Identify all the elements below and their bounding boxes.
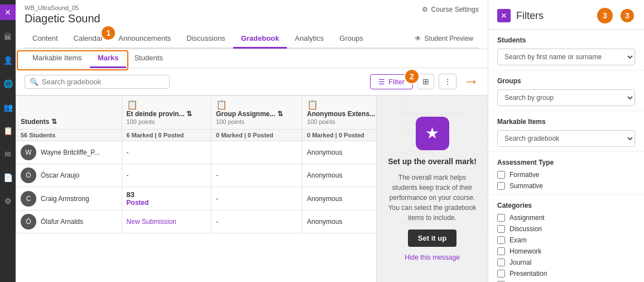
student-name-cell: W Wayne Britcliffe_P... bbox=[16, 141, 122, 164]
filter-section-students-title: Students bbox=[497, 36, 635, 44]
presentation-checkbox[interactable] bbox=[497, 270, 505, 278]
markable-items-select[interactable]: Search gradebook bbox=[497, 130, 635, 147]
students-count-cell: 56 Students bbox=[16, 130, 122, 141]
tab-gradebook[interactable]: Gradebook bbox=[233, 30, 287, 49]
tab-announcements[interactable]: Announcements bbox=[110, 30, 179, 49]
nav-tabs: Content Calendar 1 Announcements Discuss… bbox=[25, 30, 479, 49]
filter-section-markable-items: Markable Items Search gradebook bbox=[488, 111, 644, 152]
tab-discussions[interactable]: Discussions bbox=[179, 30, 233, 49]
overall-mark-overlay: ★ Set up the overall mark! The overall m… bbox=[376, 95, 488, 282]
more-options-button[interactable]: ⋮ bbox=[439, 74, 456, 89]
overlay-description: The overall mark helps students keep tra… bbox=[388, 173, 477, 223]
search-input[interactable] bbox=[42, 78, 165, 86]
filter-section-categories: Categories Assignment Discussion Exam Ho… bbox=[488, 195, 644, 282]
filter-section-groups-title: Groups bbox=[497, 77, 635, 85]
filter-section-categories-title: Categories bbox=[497, 202, 635, 209]
groups-select[interactable]: Search by group bbox=[497, 89, 635, 106]
hide-message-link[interactable]: Hide this message bbox=[405, 254, 460, 261]
filter-section-markable-title: Markable Items bbox=[497, 118, 635, 126]
checkbox-presentation[interactable]: Presentation bbox=[497, 270, 635, 278]
sidebar: ✕ 🏛 👤 🌐 👥 📋 ✉ 📄 ⚙ bbox=[0, 0, 16, 282]
filter-area: ☰ Filter 2 bbox=[370, 74, 413, 89]
exam-checkbox[interactable] bbox=[497, 236, 505, 244]
avatar: C bbox=[21, 191, 36, 207]
search-icon: 🔍 bbox=[30, 78, 39, 86]
student-preview-button[interactable]: 👁 Student Preview bbox=[409, 30, 479, 47]
table-area: Students ⇅ 📋 Et deinde provin... ⇅ 100 p… bbox=[16, 95, 488, 282]
filter-panel-header: ✕ Filters 3 3 bbox=[488, 0, 644, 30]
sub-tabs: Markable Items Marks Students bbox=[16, 49, 488, 68]
main-content: WB_UltraSound_05 Diagetic Sound ⚙ Course… bbox=[16, 0, 488, 282]
sidebar-close-button[interactable]: ✕ bbox=[0, 4, 16, 20]
subtab-markable-items[interactable]: Markable Items bbox=[25, 49, 90, 68]
journal-checkbox[interactable] bbox=[497, 259, 505, 266]
globe-icon[interactable]: 🌐 bbox=[1, 77, 15, 90]
filter-section-students: Students Search by first name or surname bbox=[488, 30, 644, 70]
col2-marked: 0 Marked | 0 Posted bbox=[211, 130, 302, 141]
checkbox-journal[interactable]: Journal bbox=[497, 259, 635, 266]
tab-content[interactable]: Content bbox=[25, 30, 66, 49]
subtab-marks[interactable]: Marks bbox=[90, 49, 127, 68]
filter-panel-title: Filters bbox=[516, 10, 592, 22]
checkbox-discussion[interactable]: Discussion bbox=[497, 225, 635, 233]
col-header-students[interactable]: Students ⇅ bbox=[16, 96, 122, 130]
view-toggle-button[interactable]: ⊞ bbox=[417, 74, 434, 89]
col-header-et-deinde[interactable]: 📋 Et deinde provin... ⇅ 100 points bbox=[122, 96, 211, 130]
filter-panel: ✕ Filters 3 3 Students Search by first n… bbox=[488, 0, 644, 282]
avatar: Ó bbox=[21, 214, 36, 230]
gradebook-sidebar-icon[interactable]: 📋 bbox=[1, 124, 15, 137]
overlay-title: Set up the overall mark! bbox=[388, 157, 477, 166]
homework-checkbox[interactable] bbox=[497, 247, 505, 255]
gear-icon: ⚙ bbox=[422, 6, 428, 13]
checkbox-formative[interactable]: Formative bbox=[497, 171, 635, 179]
settings-sidebar-icon[interactable]: ⚙ bbox=[1, 194, 15, 208]
students-select[interactable]: Search by first name or surname bbox=[497, 49, 635, 65]
course-settings-button[interactable]: ⚙ Course Settings bbox=[422, 6, 479, 13]
formative-checkbox[interactable] bbox=[497, 171, 505, 179]
summative-checkbox[interactable] bbox=[497, 182, 505, 190]
filter-section-assessment-title: Assessment Type bbox=[497, 159, 635, 166]
discussion-checkbox[interactable] bbox=[497, 225, 505, 233]
checkbox-summative[interactable]: Summative bbox=[497, 182, 635, 190]
assignment-checkbox[interactable] bbox=[497, 214, 505, 222]
star-icon-box: ★ bbox=[416, 117, 449, 150]
document-icon[interactable]: 📄 bbox=[1, 171, 15, 184]
checkbox-homework[interactable]: Homework bbox=[497, 247, 635, 255]
avatar: Ó bbox=[21, 168, 36, 183]
annotation-badge-3: 3 bbox=[619, 8, 635, 23]
student-name-cell: Ó Ólafur Arnalds bbox=[16, 211, 122, 233]
filter-section-assessment-type: Assessment Type Formative Summative bbox=[488, 152, 644, 195]
search-input-wrapper: 🔍 bbox=[25, 75, 170, 89]
filter-icon: ☰ bbox=[378, 78, 385, 86]
tab-groups[interactable]: Groups bbox=[331, 30, 371, 49]
categories-checkboxes: Assignment Discussion Exam Homework Jour… bbox=[497, 214, 635, 282]
assessment-type-checkboxes: Formative Summative bbox=[497, 171, 635, 190]
user-icon[interactable]: 👤 bbox=[1, 54, 15, 67]
toolbar: 🔍 ☰ Filter 2 ⊞ ⋮ → bbox=[16, 68, 488, 95]
col1-marked: 6 Marked | 0 Posted bbox=[122, 130, 211, 141]
filter-badge: 3 bbox=[597, 8, 613, 23]
arrow-annotation: → bbox=[463, 73, 479, 90]
subtab-students[interactable]: Students bbox=[126, 49, 170, 68]
student-name-cell: Ó Óscar Araujo bbox=[16, 164, 122, 187]
col-header-group-assign[interactable]: 📋 Group Assignme... ⇅ 100 points bbox=[211, 96, 302, 130]
course-subtitle: WB_UltraSound_05 bbox=[25, 4, 479, 11]
tab-calendar[interactable]: Calendar 1 bbox=[66, 30, 111, 49]
mail-icon[interactable]: ✉ bbox=[1, 147, 15, 161]
avatar: W bbox=[21, 145, 36, 160]
student-name-cell: C Craig Armstrong bbox=[16, 187, 122, 211]
top-bar: WB_UltraSound_05 Diagetic Sound ⚙ Course… bbox=[16, 0, 488, 49]
course-title: Diagetic Sound bbox=[25, 12, 479, 25]
checkbox-assignment[interactable]: Assignment bbox=[497, 214, 635, 222]
set-it-up-button[interactable]: Set it up bbox=[408, 230, 456, 247]
student-preview-icon: 👁 bbox=[415, 35, 421, 42]
checkbox-exam[interactable]: Exam bbox=[497, 236, 635, 244]
filter-panel-close-button[interactable]: ✕ bbox=[497, 9, 511, 22]
institution-icon[interactable]: 🏛 bbox=[1, 30, 15, 44]
annotation-badge-2: 2 bbox=[404, 69, 420, 84]
groups-icon[interactable]: 👥 bbox=[1, 101, 15, 114]
tab-analytics[interactable]: Analytics bbox=[287, 30, 331, 49]
filter-section-groups: Groups Search by group bbox=[488, 70, 644, 111]
